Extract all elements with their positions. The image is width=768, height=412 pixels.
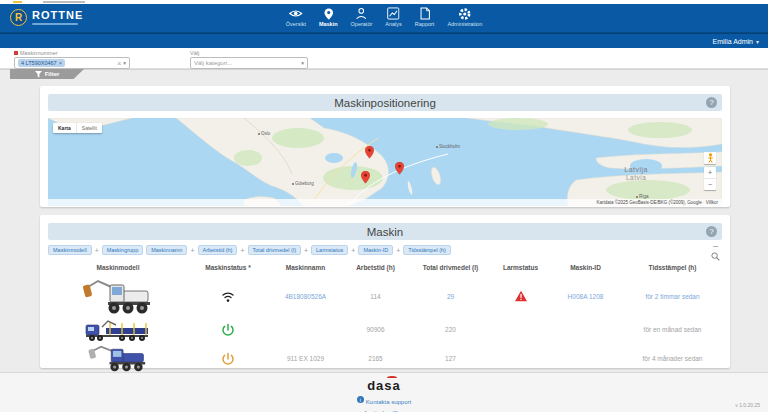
harvester-image [48,345,188,373]
map-attribution: Kartdata ©2025 GeoBasis-DE/BKG (©2009), … [48,199,722,206]
column-chip[interactable]: Maskin-ID [358,245,393,255]
zoom-out-button[interactable]: − [704,179,716,190]
map-card: Maskinpositionering ? [40,86,730,207]
map-marker[interactable] [395,161,404,174]
chevron-down-icon[interactable]: ▾ [756,38,759,45]
map-pin-icon [322,7,334,20]
table-row[interactable]: 90906 220 för en månad sedan [48,316,722,343]
machine-filter-select[interactable]: 4 LT590X0467 × × ▾ [14,57,130,69]
plus-separator: + [190,247,194,254]
column-chip[interactable]: Maskinnamn [146,245,187,255]
plus-separator: + [351,247,355,254]
category-filter-field: Välj Välj kategori... ▾ [190,50,308,69]
selected-machine-chip[interactable]: 4 LT590X0467 × [18,59,65,67]
zoom-in-button[interactable]: + [704,167,716,179]
column-header[interactable]: Tidsstämpel (h) [623,261,722,276]
work-hours-value: 90906 [343,326,408,333]
nav-maskin[interactable]: Maskin [319,7,338,27]
user-bar: Emilia Admin ▾ [0,33,768,48]
map-base [48,118,722,206]
eye-icon [289,7,303,20]
rottne-logo[interactable]: R ROTTNE [10,9,83,26]
nav-label: Operatör [351,21,373,27]
column-chip[interactable]: Maskinmodell [48,245,92,255]
column-header[interactable]: Total drivmedel (l) [408,261,493,276]
table-tools: – [711,243,720,261]
support-link[interactable]: Kontakta support [366,399,411,405]
column-chip[interactable]: Maskingrupp [102,245,144,255]
column-chips-row: Maskinmodell + Maskingrupp Maskinnamn + … [48,245,722,255]
power-icon [188,352,268,366]
harvester-image [48,277,188,315]
map-type-karta[interactable]: Karta [53,123,77,133]
column-chip[interactable]: Larmstatus [311,245,348,255]
column-header[interactable]: Maskinstatus * [188,261,268,276]
nav-label: Analys [385,21,402,27]
dasa-logo-swoosh [387,376,397,380]
wifi-icon [188,290,268,303]
app-screen: R ROTTNE Översikt Maskin [0,0,768,412]
machine-position-map[interactable]: Karta Satellit Oslo Stockholm Göteborg R… [48,118,722,206]
column-header[interactable]: Maskinmodell [48,261,188,276]
browser-strip-mark [43,1,85,3]
filter-tab[interactable]: Filter [10,69,84,79]
brand-name: ROTTNE [32,10,83,21]
nav-analys[interactable]: Analys [385,7,402,27]
chart-icon [387,7,400,20]
column-header[interactable]: Larmstatus [493,261,548,276]
column-chip[interactable]: Arbetstid (h) [198,245,238,255]
machine-filter-label: Maskinnummer [14,50,130,56]
plus-separator: + [304,247,308,254]
main-nav: Översikt Maskin Operatör Analys [286,7,483,27]
support-icon: i [357,396,364,403]
category-filter-select[interactable]: Välj kategori... ▾ [190,57,308,69]
help-icon[interactable]: ? [706,97,717,108]
map-marker[interactable] [365,145,374,158]
required-marker [14,51,18,55]
nav-administration[interactable]: Administration [447,7,482,27]
map-marker[interactable] [361,170,370,183]
city-label-stockholm: Stockholm [436,144,460,149]
column-header[interactable]: Arbetstid (h) [343,261,408,276]
power-icon [188,323,268,337]
clear-icon[interactable]: × [117,60,121,67]
city-label-goteborg: Göteborg [292,181,314,186]
document-icon [419,7,431,20]
table-row[interactable]: 4B18080526A 114 29 H008A 1208 för 2 timm… [48,276,722,316]
timestamp-value: för 2 timmar sedan [623,293,722,300]
pegman-control[interactable] [704,152,716,164]
machine-id-link[interactable]: H008A 1208 [548,293,623,300]
column-chip[interactable]: Tidsstämpel (h) [403,245,451,255]
column-header[interactable]: Maskin-ID [548,261,623,276]
column-chip[interactable]: Total drivmedel (l) [248,245,301,255]
machine-card-title: Maskin [367,226,403,238]
fuel-total-value: 29 [408,293,493,300]
nav-rapport[interactable]: Rapport [415,7,435,27]
alarm-warning-icon[interactable] [493,290,548,303]
nav-label: Rapport [415,21,435,27]
map-type-satellit[interactable]: Satellit [77,123,102,133]
chip-remove-icon[interactable]: × [59,60,63,66]
table-row[interactable]: 911 EX 1029 2165 127 för 4 månader sedan [48,343,722,374]
nav-oversikt[interactable]: Översikt [286,7,306,27]
app-header: R ROTTNE Översikt Maskin [0,4,768,33]
column-header[interactable]: Maskinnamn [268,261,343,276]
user-menu[interactable]: Emilia Admin [713,38,753,45]
nav-operator[interactable]: Operatör [351,7,373,27]
help-icon[interactable]: ? [706,226,717,237]
collapse-button[interactable]: – [713,243,718,249]
table-header-row: Maskinmodell Maskinstatus * Maskinnamn A… [48,261,722,276]
machine-table: Maskinmodell Maskinstatus * Maskinnamn A… [48,261,722,374]
fuel-total-value: 127 [408,355,493,362]
brand-tagline [32,23,78,25]
gear-icon [458,7,472,20]
machine-name-link[interactable]: 4B18080526A [268,293,343,300]
timestamp-value: för 4 månader sedan [623,355,722,362]
browser-strip-mark [13,1,22,3]
search-icon[interactable] [711,252,720,261]
plus-separator: + [240,247,244,254]
chevron-down-icon[interactable]: ▾ [301,60,304,66]
city-label-oslo: Oslo [258,131,270,136]
chevron-down-icon[interactable]: ▾ [123,60,126,66]
plus-separator: + [396,247,400,254]
